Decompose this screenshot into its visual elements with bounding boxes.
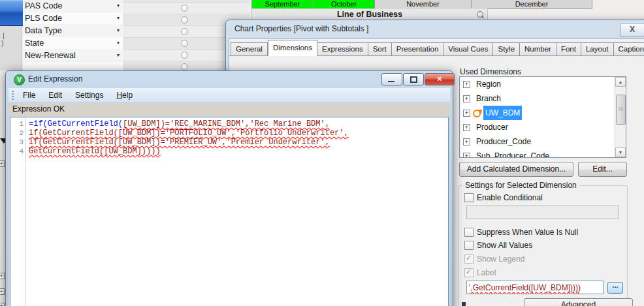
tab-dimensions[interactable]: Dimensions [268, 40, 317, 56]
scrollbar-thumb[interactable] [616, 95, 626, 125]
radio-cycle-button[interactable] [181, 63, 188, 70]
month-cell[interactable]: October [314, 0, 375, 9]
minimize-icon[interactable] [381, 73, 402, 85]
chevron-down-icon[interactable]: ▾ [117, 50, 120, 61]
filter-list-item[interactable]: New-Renewal▾ [23, 50, 123, 62]
filter-list-item[interactable]: PAS Code▾ [23, 0, 123, 12]
menu-settings[interactable]: Settings [69, 88, 110, 102]
checkbox-box[interactable] [464, 241, 474, 250]
line-number: 3 [10, 138, 24, 147]
tree-expander-icon[interactable]: + [463, 138, 470, 145]
tab-sort[interactable]: Sort [368, 42, 392, 56]
code-line: GetCurrentField([UW_BDM])))) [29, 147, 448, 156]
advanced-button[interactable]: Advanced [524, 298, 633, 306]
scrollbar[interactable]: ▲ ▼ [615, 77, 626, 157]
edit-expression-window: V Edit Expression × FileEditSettingsHelp… [5, 70, 453, 306]
tab-style[interactable]: Style [493, 42, 520, 56]
menu-help[interactable]: Help [110, 88, 139, 102]
code-segment: if(GetCurrentField([UW_BDM])='PREMIER_UW… [29, 138, 330, 147]
menu-bar: FileEditSettingsHelp [8, 88, 450, 103]
scrollbar-grip [619, 108, 623, 112]
tab-font[interactable]: Font [556, 42, 581, 56]
tree-expander-icon[interactable]: + [0, 303, 5, 306]
month-cell[interactable]: September [252, 0, 314, 9]
scroll-up-icon[interactable]: ▲ [615, 77, 626, 87]
checkbox-box[interactable] [464, 228, 474, 237]
dimension-label: Branch [474, 91, 503, 106]
month-cell[interactable]: November [375, 0, 472, 9]
radio-cycle-button[interactable] [181, 5, 188, 12]
filter-list-item[interactable]: PLS Code▾ [23, 12, 123, 25]
tab-expressions[interactable]: Expressions [317, 42, 368, 56]
dimension-list-item[interactable]: +Region [460, 77, 626, 91]
label-expression-input[interactable]: ',GetCurrentField([UW_BDM])))) [466, 281, 604, 294]
close-icon[interactable]: × [425, 73, 455, 85]
label-expression-value: ',GetCurrentField([UW_BDM])))) [467, 283, 581, 292]
toolbar-drag-handle-icon[interactable] [12, 91, 14, 100]
ellipsis-button[interactable]: ... [607, 282, 623, 294]
settings-groupbox-title: Settings for Selected Dimension [462, 181, 579, 190]
chart-header-title: Line of Business [252, 9, 487, 20]
search-icon[interactable] [477, 11, 483, 18]
chevron-down-icon[interactable]: ▾ [117, 25, 120, 37]
cyclic-group-icon [473, 110, 481, 117]
tab-visual-cues[interactable]: Visual Cues [443, 42, 493, 56]
expression-editor[interactable]: 1234 =if(GetCurrentField([UW_BDM])='REC_… [10, 117, 449, 306]
code-line: =if(GetCurrentField([UW_BDM])='REC_MARIN… [29, 119, 448, 129]
dimension-label: UW_BDM [483, 106, 522, 120]
menu-edit[interactable]: Edit [42, 88, 69, 102]
dimension-list-item[interactable]: +Sub_Producer_Code [460, 149, 626, 158]
add-calculated-dimension-button[interactable]: Add Calculated Dimension... [459, 162, 573, 177]
dimension-list-item[interactable]: +UW_BDM [460, 106, 626, 120]
clipped-text-fragment [462, 302, 466, 306]
tab-general[interactable]: General [231, 42, 268, 56]
scroll-down-icon[interactable]: ▼ [615, 147, 626, 157]
filter-item-label: PLS Code [25, 14, 62, 23]
maximize-icon[interactable] [403, 73, 424, 85]
line-number-gutter: 1234 [10, 117, 26, 306]
tree-expander-icon[interactable]: + [463, 95, 470, 102]
checkbox-box [464, 254, 474, 264]
tab-presentation[interactable]: Presentation [392, 42, 444, 56]
dimension-list-item[interactable]: +Producer [460, 120, 626, 134]
checkbox-box[interactable] [464, 193, 474, 202]
tree-expander-icon[interactable]: + [0, 161, 5, 167]
checkbox-box [464, 268, 474, 277]
radio-cycle-button[interactable] [181, 40, 188, 47]
menu-file[interactable]: File [16, 88, 42, 102]
tab-caption[interactable]: Caption [614, 42, 644, 56]
radio-cycle-button[interactable] [181, 52, 188, 59]
tree-expander-icon[interactable]: + [463, 81, 470, 88]
code-line: if(GetCurrentField([UW_BDM])='PREMIER_UW… [29, 138, 448, 147]
tab-number[interactable]: Number [520, 42, 556, 56]
tree-expander-icon[interactable]: + [463, 124, 470, 131]
value-row [123, 3, 250, 14]
tree-expander-icon[interactable]: + [463, 110, 470, 117]
line-number: 2 [10, 129, 24, 138]
radio-cycle-button[interactable] [181, 28, 188, 35]
expression-status-text: Expression OK [8, 102, 450, 115]
filter-item-label: New-Renewal [25, 51, 76, 60]
code-segment: if(GetCurrentField([UW_BDM])='PORTFOLIO_… [29, 129, 349, 138]
expression-text[interactable]: =if(GetCurrentField([UW_BDM])='REC_MARIN… [26, 117, 448, 306]
tree-expander-icon[interactable]: + [0, 273, 5, 279]
close-icon[interactable]: X [620, 23, 644, 37]
filter-list-item[interactable]: Data Type▾ [23, 25, 123, 37]
edit-button[interactable]: Edit... [578, 162, 627, 177]
tree-expander-icon[interactable]: + [0, 288, 5, 295]
dimension-list-item[interactable]: +Branch [460, 91, 626, 106]
dimension-list-item[interactable]: +Producer_Code [460, 134, 626, 149]
filter-list-item[interactable]: State▾ [23, 37, 123, 50]
dimension-label: Sub_Producer_Code [474, 149, 551, 158]
tab-layout[interactable]: Layout [581, 42, 614, 56]
chevron-down-icon[interactable]: ▾ [117, 37, 120, 49]
dimension-label: Producer_Code [474, 134, 533, 149]
window-body: FileEditSettingsHelp Expression OK 1234 … [8, 88, 450, 306]
radio-cycle-button[interactable] [181, 16, 188, 23]
tree-expander-icon[interactable]: + [463, 153, 470, 158]
dimension-label: Producer [474, 120, 510, 134]
code-segment: [UW_BDM])='REC_MARINE_BDM','Rec Marine B… [123, 119, 330, 129]
month-cell[interactable]: December [472, 0, 592, 9]
chevron-down-icon[interactable]: ▾ [117, 12, 120, 24]
chevron-down-icon[interactable]: ▾ [117, 0, 120, 12]
